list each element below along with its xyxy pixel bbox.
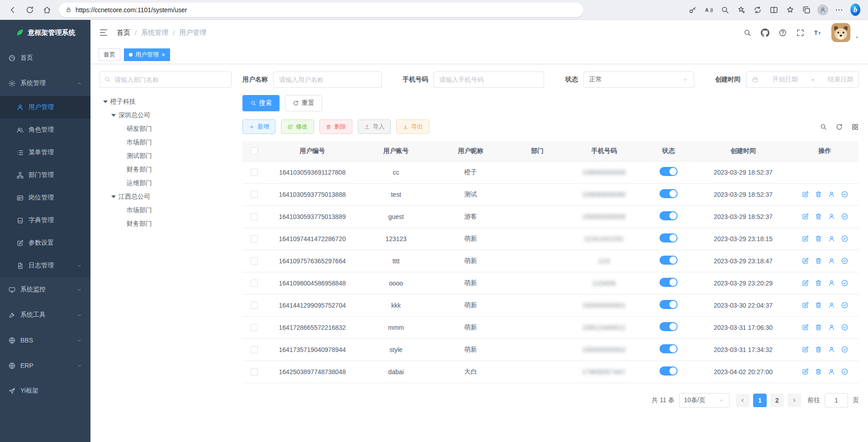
search-button[interactable]: 搜索	[242, 95, 280, 111]
tree-node[interactable]: 江西总公司	[100, 190, 232, 204]
sidebar-item-system-monitoring[interactable]: 系统监控	[0, 277, 90, 302]
browser-star-add-button[interactable]	[733, 2, 749, 18]
row-assign-role-button[interactable]	[841, 279, 849, 287]
status-select[interactable]: 正常	[583, 71, 694, 88]
browser-profile-avatar[interactable]	[815, 2, 831, 18]
dept-search-input[interactable]	[100, 71, 232, 88]
row-assign-role-button[interactable]	[841, 190, 849, 198]
page-button-2[interactable]: 2	[770, 394, 784, 407]
row-delete-button[interactable]	[815, 368, 822, 375]
sidebar-item-dictionary-management[interactable]: 字典管理	[0, 209, 90, 232]
select-all-checkbox[interactable]	[251, 147, 258, 155]
sidebar-item-parameter-settings[interactable]: 参数设置	[0, 232, 90, 254]
user-avatar[interactable]	[831, 23, 850, 42]
font-size-button[interactable]: TT	[814, 29, 822, 37]
status-toggle[interactable]	[659, 344, 678, 353]
row-checkbox[interactable]	[251, 368, 258, 375]
row-checkbox[interactable]	[251, 169, 258, 176]
row-checkbox[interactable]	[251, 346, 258, 353]
row-checkbox[interactable]	[251, 324, 258, 331]
row-delete-button[interactable]	[815, 257, 822, 265]
row-reset-password-button[interactable]	[828, 190, 835, 198]
export-button[interactable]: 导出	[396, 119, 429, 134]
sidebar-item-erp[interactable]: ERP	[0, 353, 90, 378]
tree-node[interactable]: 橙子科技	[100, 95, 232, 109]
goto-page-input[interactable]	[825, 393, 848, 408]
import-button[interactable]: 导入	[358, 119, 391, 134]
breadcrumb-item[interactable]: 系统管理	[141, 29, 168, 37]
row-edit-button[interactable]	[802, 279, 809, 287]
avatar-caret-icon[interactable]	[854, 34, 860, 40]
row-checkbox[interactable]	[251, 302, 258, 309]
status-toggle[interactable]	[659, 189, 678, 198]
status-toggle[interactable]	[659, 256, 678, 265]
row-delete-button[interactable]	[815, 190, 822, 198]
sidebar-item-log-management[interactable]: 日志管理	[0, 254, 90, 277]
status-toggle[interactable]	[659, 366, 678, 375]
page-button-1[interactable]: 1	[753, 394, 767, 407]
row-edit-button[interactable]	[802, 368, 809, 375]
browser-split-view-button[interactable]	[766, 2, 782, 18]
breadcrumb-item[interactable]: 首页	[117, 29, 130, 37]
tab-close-icon[interactable]: ×	[161, 52, 165, 58]
sidebar-item-bbs[interactable]: BBS	[0, 328, 90, 353]
status-toggle[interactable]	[659, 300, 678, 309]
sidebar-item-system-tools[interactable]: 系统工具	[0, 302, 90, 328]
page-size-select[interactable]: 10条/页	[679, 393, 730, 408]
sidebar-item-home[interactable]: 首页	[0, 45, 90, 71]
delete-button[interactable]: 删除	[319, 119, 352, 134]
phone-input[interactable]	[433, 71, 544, 88]
browser-search-button[interactable]	[717, 2, 733, 18]
tree-caret-icon[interactable]	[103, 100, 108, 103]
tree-caret-icon[interactable]	[111, 195, 116, 198]
tree-node[interactable]: 深圳总公司	[100, 109, 232, 122]
status-toggle[interactable]	[659, 322, 678, 331]
username-input[interactable]	[273, 71, 382, 88]
tree-node[interactable]: 市场部门	[100, 204, 232, 217]
status-toggle[interactable]	[659, 233, 678, 242]
bing-chat-button[interactable]: b	[847, 2, 863, 18]
sidebar-item-user-management[interactable]: 用户管理	[0, 96, 90, 119]
row-delete-button[interactable]	[815, 235, 822, 242]
tree-node[interactable]: 测试部门	[100, 149, 232, 163]
tree-node[interactable]: 研发部门	[100, 122, 232, 136]
modify-button[interactable]: 修改	[281, 119, 314, 134]
sidebar-item-system-management[interactable]: 系统管理	[0, 71, 90, 96]
status-toggle[interactable]	[659, 211, 678, 220]
row-edit-button[interactable]	[802, 346, 809, 353]
row-edit-button[interactable]	[802, 213, 809, 220]
sidebar-item-menu-management[interactable]: 菜单管理	[0, 141, 90, 164]
row-delete-button[interactable]	[815, 346, 822, 353]
row-assign-role-button[interactable]	[841, 346, 849, 353]
row-assign-role-button[interactable]	[841, 235, 849, 242]
row-checkbox[interactable]	[251, 257, 258, 265]
prev-page-button[interactable]	[736, 394, 749, 407]
refresh-table-button[interactable]	[835, 123, 843, 131]
row-reset-password-button[interactable]	[828, 235, 835, 242]
browser-read-aloud-button[interactable]: A	[701, 2, 717, 18]
reset-button[interactable]: 重置	[285, 95, 322, 111]
browser-sync-button[interactable]	[749, 2, 766, 18]
address-bar[interactable]: https://ccnetcore.com:1101/system/user	[59, 3, 583, 17]
tree-node[interactable]: 运维部门	[100, 176, 232, 190]
row-assign-role-button[interactable]	[841, 368, 849, 375]
sidebar-toggle-button[interactable]	[99, 28, 109, 38]
browser-refresh-button[interactable]	[22, 2, 38, 18]
row-checkbox[interactable]	[251, 280, 258, 287]
tab-home[interactable]: 首页	[99, 48, 120, 61]
sidebar-item-post-management[interactable]: 岗位管理	[0, 186, 90, 209]
status-toggle[interactable]	[659, 278, 678, 287]
tab-user-management[interactable]: 用户管理×	[124, 48, 170, 61]
row-assign-role-button[interactable]	[841, 323, 849, 331]
row-reset-password-button[interactable]	[828, 323, 835, 331]
fullscreen-button[interactable]	[796, 29, 805, 37]
column-settings-button[interactable]	[851, 123, 859, 131]
tree-node[interactable]: 财务部门	[100, 163, 232, 176]
browser-more-button[interactable]	[831, 2, 847, 18]
row-checkbox[interactable]	[251, 235, 258, 242]
row-reset-password-button[interactable]	[828, 257, 835, 265]
row-assign-role-button[interactable]	[841, 301, 849, 309]
sidebar-item-role-management[interactable]: 角色管理	[0, 119, 90, 141]
row-delete-button[interactable]	[815, 323, 822, 331]
row-checkbox[interactable]	[251, 191, 258, 198]
